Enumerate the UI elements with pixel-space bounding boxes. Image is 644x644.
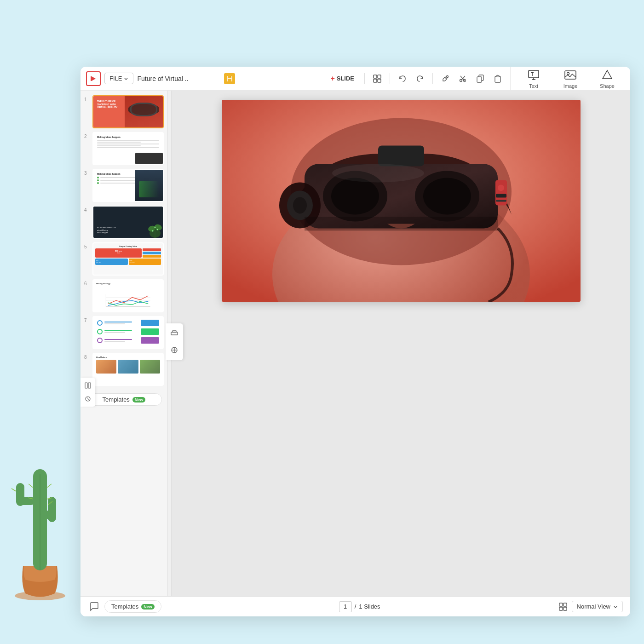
s7-l2b bbox=[104, 332, 125, 333]
slide-thumb-inner-8: Idea Makers bbox=[93, 354, 163, 385]
svg-rect-38 bbox=[565, 71, 576, 79]
bottom-templates-button[interactable]: Templates New bbox=[104, 600, 161, 613]
app-window: FILE Future of Virtual .. + bbox=[80, 67, 630, 616]
file-label: FILE bbox=[109, 75, 122, 82]
paste-button[interactable] bbox=[491, 72, 505, 86]
slide-item-6[interactable]: 6 Making Strategy bbox=[84, 279, 164, 312]
svg-line-7 bbox=[29, 484, 33, 488]
slide-5-card-red: $30 /mo Basic bbox=[95, 248, 142, 258]
slide-item-1[interactable]: 1 THE FUTURE OFSHOPPING WITHVIRTUAL REAL… bbox=[84, 95, 164, 128]
s2-line2 bbox=[97, 142, 141, 143]
s7-bar3 bbox=[141, 337, 159, 344]
slide-5-card-blue: Pro $60 /mo bbox=[95, 259, 128, 265]
slide-thumb-8: Idea Makers bbox=[92, 353, 164, 386]
format-paint-button[interactable] bbox=[438, 72, 452, 86]
slide-thumb-3: Making Ideas happen bbox=[92, 169, 164, 202]
templates-button[interactable]: Templates New bbox=[86, 393, 162, 406]
play-button[interactable] bbox=[86, 71, 101, 86]
svg-rect-19 bbox=[374, 75, 377, 78]
bottom-bar: Templates New 1 / 1 Slides bbox=[80, 596, 630, 616]
svg-line-29 bbox=[463, 76, 465, 79]
main-content: 1 THE FUTURE OFSHOPPING WITHVIRTUAL REAL… bbox=[80, 91, 630, 596]
slide-thumb-5: Simple Pricing Table $30 /mo Basic bbox=[92, 242, 164, 276]
svg-point-76 bbox=[293, 197, 307, 213]
templates-label: Templates bbox=[103, 396, 130, 403]
redo-button[interactable] bbox=[413, 72, 427, 86]
shape-tool-label: Shape bbox=[600, 83, 615, 89]
slide-thumb-4: It's not about ideas. It'sabout MakingId… bbox=[92, 206, 164, 239]
left-tool-1[interactable] bbox=[167, 326, 168, 341]
current-page-box[interactable]: 1 bbox=[339, 601, 352, 612]
slide-5-top-row: $30 /mo Basic bbox=[93, 248, 163, 259]
add-slide-button[interactable]: + SLIDE bbox=[326, 72, 359, 85]
undo-button[interactable] bbox=[396, 72, 409, 86]
shape-tool[interactable]: Shape bbox=[592, 67, 623, 92]
slide-thumb-inner-3: Making Ideas happen bbox=[93, 170, 163, 201]
svg-rect-82 bbox=[564, 607, 567, 610]
cactus-decoration bbox=[0, 423, 80, 607]
svg-line-11 bbox=[12, 489, 16, 491]
slide-item-4[interactable]: 4 It's not about ideas. It'sabout Making… bbox=[84, 206, 164, 239]
templates-new-badge: New bbox=[132, 397, 146, 402]
svg-text:T: T bbox=[531, 72, 534, 77]
plus-icon: + bbox=[330, 75, 334, 83]
slide-5-bottom-row: Pro $60 /mo Elite $90 /mo bbox=[93, 259, 163, 265]
left-tool-2[interactable] bbox=[167, 343, 168, 357]
slide-thumb-1: THE FUTURE OFSHOPPING WITHVIRTUAL REALIT… bbox=[92, 95, 164, 128]
slide-item-7[interactable]: 7 bbox=[84, 316, 164, 349]
slide-thumb-inner-7 bbox=[93, 317, 163, 348]
image-icon bbox=[564, 69, 577, 81]
view-chevron-icon bbox=[613, 604, 618, 609]
view-selector[interactable]: Normal View bbox=[572, 601, 623, 612]
svg-rect-53 bbox=[88, 383, 91, 388]
left-tool-3[interactable] bbox=[82, 380, 94, 391]
slide-1-img bbox=[125, 96, 163, 127]
slide-thumb-6: Making Strategy bbox=[92, 279, 164, 312]
image-tool[interactable]: Image bbox=[555, 67, 586, 92]
save-button[interactable] bbox=[224, 73, 235, 84]
svg-rect-80 bbox=[564, 603, 567, 606]
svg-point-51 bbox=[155, 227, 156, 228]
left-tool-4[interactable] bbox=[82, 393, 94, 405]
s3-dot1 bbox=[97, 177, 99, 178]
svg-rect-17 bbox=[228, 79, 231, 81]
svg-rect-22 bbox=[378, 79, 381, 82]
svg-rect-18 bbox=[230, 76, 231, 77]
slide-thumb-inner-2: Making Ideas happen. bbox=[93, 133, 163, 164]
slide-item-2[interactable]: 2 Making Ideas happen. bbox=[84, 132, 164, 165]
svg-rect-77 bbox=[305, 217, 498, 230]
slide-8-photos bbox=[93, 360, 163, 374]
slide-3-img bbox=[135, 170, 163, 201]
svg-point-49 bbox=[152, 230, 154, 232]
slide-thumb-7 bbox=[92, 316, 164, 349]
file-menu-button[interactable]: FILE bbox=[104, 73, 133, 84]
slide-number-4: 4 bbox=[84, 206, 90, 213]
text-tool[interactable]: T Text bbox=[518, 67, 549, 92]
s2-line5 bbox=[97, 147, 159, 148]
slide-4-text: It's not about ideas. It'sabout MakingId… bbox=[97, 226, 116, 234]
svg-rect-73 bbox=[496, 200, 506, 201]
cut-button[interactable] bbox=[456, 72, 470, 86]
s7-row2 bbox=[97, 328, 159, 335]
svg-line-9 bbox=[47, 484, 52, 488]
slide-6-title: Making Strategy bbox=[93, 280, 163, 286]
toolbar-divider-3 bbox=[432, 73, 433, 84]
view-mode-icon bbox=[558, 602, 568, 612]
layout-button[interactable] bbox=[370, 72, 384, 86]
svg-point-71 bbox=[498, 184, 504, 191]
bottom-templates-label: Templates bbox=[111, 603, 138, 610]
slide-number-2: 2 bbox=[84, 132, 90, 139]
canvas-background bbox=[222, 100, 581, 302]
add-slide-label: SLIDE bbox=[337, 75, 354, 82]
s3-dot2 bbox=[97, 179, 99, 181]
slide-item-8[interactable]: 8 Idea Makers bbox=[84, 353, 164, 386]
slide-item-5[interactable]: 5 Simple Pricing Table $30 /mo Basic bbox=[84, 242, 164, 276]
svg-point-23 bbox=[447, 75, 448, 77]
page-separator: / bbox=[355, 603, 356, 610]
copy-button[interactable] bbox=[473, 72, 487, 86]
slide-canvas[interactable] bbox=[222, 100, 581, 302]
slide-item-3[interactable]: 3 Making Ideas happen bbox=[84, 169, 164, 202]
chat-icon[interactable] bbox=[88, 600, 101, 613]
document-title: Future of Virtual .. bbox=[137, 75, 220, 82]
slide-number-3: 3 bbox=[84, 169, 90, 176]
